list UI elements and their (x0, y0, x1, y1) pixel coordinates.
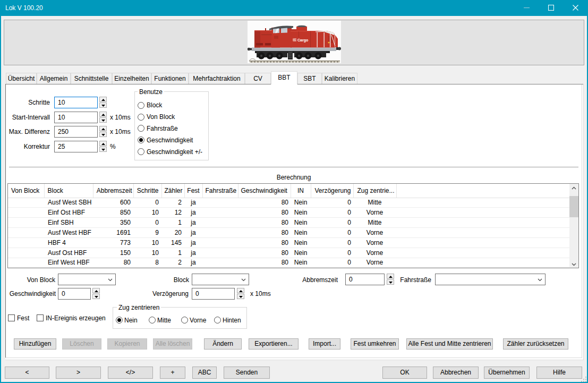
svg-text:DB: DB (293, 39, 297, 41)
svg-text:Cargo: Cargo (297, 38, 308, 42)
